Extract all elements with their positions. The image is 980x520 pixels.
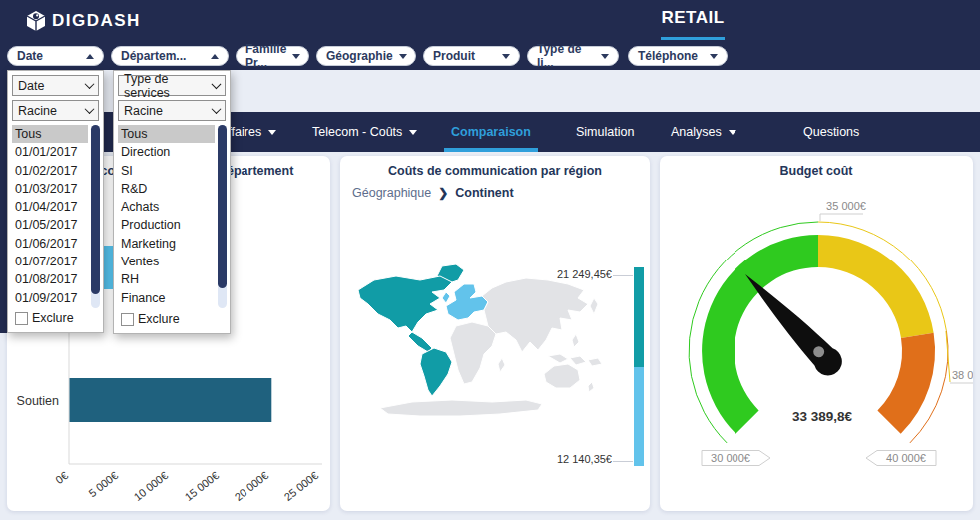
caret-icon	[710, 54, 718, 59]
caret-icon	[86, 54, 94, 59]
tab-label: Telecom - Coûts	[312, 112, 402, 152]
filter-pill[interactable]: Départem...	[111, 46, 229, 66]
svg-text:25 000€: 25 000€	[282, 469, 321, 503]
chevron-down-icon	[729, 130, 736, 135]
category-label: Soutien	[17, 394, 59, 408]
caret-icon	[601, 54, 609, 59]
bar-soutien[interactable]	[70, 378, 272, 422]
mid-label-bracket	[820, 214, 863, 221]
region-europe[interactable]	[446, 284, 488, 320]
department-level-select[interactable]: Racine	[118, 100, 226, 121]
region-madagascar[interactable]	[498, 358, 505, 372]
svg-text:0€: 0€	[53, 469, 70, 486]
list-item[interactable]: 01/07/2017	[12, 253, 88, 270]
region-indonesia-east[interactable]	[570, 356, 586, 365]
list-item[interactable]: 01/08/2017	[12, 270, 88, 288]
filter-pill[interactable]: Date	[7, 46, 104, 66]
filter-pill[interactable]: Géographie	[316, 46, 416, 66]
filter-pill-label: Famille Pr...	[245, 42, 286, 70]
list-item[interactable]: Tous	[12, 125, 88, 143]
date-filter-panel: Date Racine Tous01/01/201701/02/201701/0…	[7, 70, 104, 333]
scrollbar-thumb[interactable]	[218, 125, 227, 288]
digdash-logo-icon	[24, 9, 48, 33]
region-british-isles[interactable]	[442, 292, 450, 303]
filter-pill[interactable]: Produit	[423, 46, 520, 66]
filter-pill[interactable]: Type de li...	[527, 46, 619, 66]
list-item[interactable]: RH	[118, 270, 215, 288]
list-item[interactable]: Finance	[118, 289, 215, 307]
region-new-zealand[interactable]	[588, 382, 594, 392]
card-title: Coûts de communication par région	[340, 164, 650, 178]
list-item[interactable]: 01/05/2017	[12, 216, 88, 234]
filter-pill[interactable]: Famille Pr...	[236, 46, 309, 66]
region-new-guinea[interactable]	[588, 358, 602, 366]
chevron-down-icon	[85, 79, 95, 89]
card-title: Budget coût	[660, 164, 973, 178]
region-indonesia[interactable]	[548, 354, 568, 363]
list-item[interactable]: Achats	[118, 198, 215, 216]
region-south-america[interactable]	[420, 348, 452, 396]
breadcrumb-root[interactable]: Géographique	[352, 186, 431, 200]
top-header-bar: DIGDASH RETAIL	[0, 0, 980, 44]
department-hierarchy-select[interactable]: Type de services	[118, 75, 226, 96]
date-value-list: Tous01/01/201701/02/201701/03/201701/04/…	[12, 125, 88, 307]
region-philippines[interactable]	[572, 334, 579, 347]
date-hierarchy-select[interactable]: Date	[12, 75, 99, 96]
region-north-america[interactable]	[358, 276, 452, 332]
exclure-checkbox[interactable]	[121, 313, 134, 326]
filter-pill-label: Départem...	[121, 49, 186, 63]
list-item[interactable]: 01/04/2017	[12, 198, 88, 216]
list-item[interactable]: 01/09/2017	[12, 289, 88, 307]
legend-segment-high	[634, 267, 644, 367]
exclure-label: Exclure	[138, 312, 180, 326]
exclure-checkbox[interactable]	[15, 312, 28, 325]
world-choropleth-map[interactable]	[348, 257, 648, 476]
list-item[interactable]: Marketing	[118, 235, 215, 253]
dashboard-tab[interactable]: Comparaison	[451, 112, 531, 152]
dashboard-tab[interactable]: Telecom - Coûts	[312, 112, 417, 152]
caret-icon	[292, 54, 300, 59]
dashboard-tab[interactable]: Analyses	[671, 112, 736, 152]
list-item[interactable]: 01/06/2017	[12, 235, 88, 253]
list-item[interactable]: Tous	[118, 125, 215, 143]
date-level-select[interactable]: Racine	[12, 100, 99, 121]
select-value: Type de services	[124, 72, 213, 100]
filter-pill[interactable]: Téléphone	[628, 46, 728, 66]
department-value-list: TousDirectionSIR&DAchatsProductionMarket…	[118, 125, 215, 307]
list-item[interactable]: 01/01/2017	[12, 143, 88, 161]
dashboard-tab[interactable]: Simulation	[576, 112, 634, 152]
page-title: RETAIL	[609, 8, 776, 28]
gauge-value: 33 389,8€	[792, 409, 853, 424]
gauge-needle	[735, 264, 848, 381]
gauge-zone-yellow	[818, 235, 934, 338]
legend-tick-top	[613, 275, 633, 276]
list-item[interactable]: Production	[118, 216, 215, 234]
list-item[interactable]: Ventes	[118, 253, 215, 270]
gauge-mid-label: 35 000€	[826, 200, 866, 212]
department-filter-panel: Type de services Racine TousDirectionSIR…	[113, 70, 231, 334]
svg-text:15 000€: 15 000€	[183, 469, 222, 503]
region-africa[interactable]	[450, 322, 496, 384]
list-item[interactable]: Direction	[118, 143, 215, 161]
list-item[interactable]: 01/02/2017	[12, 162, 88, 180]
scrollbar[interactable]	[218, 125, 227, 308]
region-australia[interactable]	[544, 364, 580, 388]
svg-text:20 000€: 20 000€	[233, 469, 271, 503]
region-central-america[interactable]	[408, 332, 432, 352]
list-item[interactable]: R&D	[118, 180, 215, 198]
svg-text:5 000€: 5 000€	[86, 469, 120, 499]
budget-gauge: 35 000€ 38 000€ 30 000€ 40 000€ 33 389,8…	[660, 156, 973, 511]
list-item[interactable]: SI	[118, 162, 215, 180]
breadcrumb-chevron-icon: ❯	[438, 186, 448, 200]
gauge-zone-orange	[877, 333, 935, 434]
scrollbar-thumb[interactable]	[91, 125, 100, 294]
dashboard-tab[interactable]: Questions	[803, 112, 859, 152]
left-navy-strip	[0, 44, 7, 333]
list-item[interactable]: 01/03/2017	[12, 180, 88, 198]
region-antarctica[interactable]	[380, 400, 542, 416]
threshold-leader-line	[946, 331, 950, 382]
chevron-down-icon	[409, 130, 417, 135]
scrollbar[interactable]	[91, 125, 100, 308]
tab-label: Comparaison	[451, 112, 531, 152]
region-japan[interactable]	[590, 298, 598, 314]
